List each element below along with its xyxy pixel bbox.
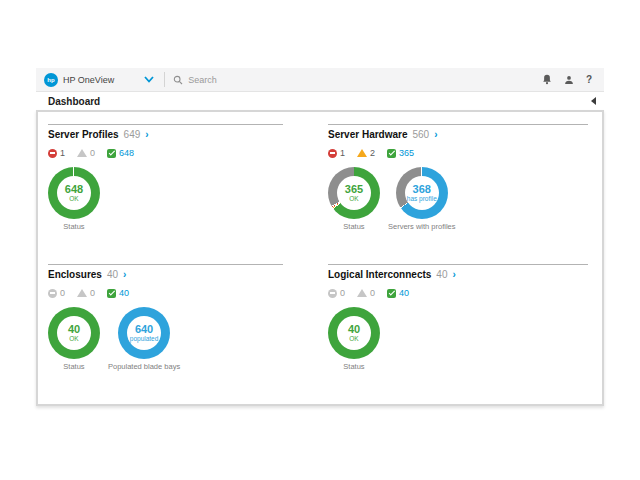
donut-chart[interactable]: 648OK [48,167,100,219]
status-summary: 0 0 40 [48,288,283,298]
collapse-panel-icon[interactable] [591,97,596,105]
critical-icon [328,289,337,298]
critical-icon [48,149,57,158]
panel-count-link[interactable]: 40 [436,269,447,280]
hp-oneview-app: hp HP OneView ? Dashboard [36,68,604,406]
status-ok[interactable]: 40 [387,288,409,298]
chevron-right-icon[interactable]: › [145,129,148,140]
donut-chart[interactable]: 40OK [328,307,380,359]
panel-title[interactable]: Logical Interconnects [328,269,431,280]
divider [164,72,165,87]
status-warning[interactable]: 0 [77,288,95,298]
profiles-chart: 368has profile Servers with profiles [388,167,456,231]
chevron-right-icon[interactable]: › [123,269,126,280]
ok-check-icon [387,149,396,158]
status-count: 2 [370,148,375,158]
top-bar: hp HP OneView ? [36,68,604,92]
bell-icon[interactable] [542,74,552,85]
ok-check-icon [107,289,116,298]
dashboard-panel: Server Profiles 649 › 1 0 648 [36,110,604,406]
panel-server-hardware: Server Hardware 560 › 1 2 365 [320,112,602,252]
dashboard-grid: Server Profiles 649 › 1 0 648 [38,112,602,392]
warning-icon [357,149,367,157]
panel-logical-interconnects: Logical Interconnects 40 › 0 0 4 [320,252,602,392]
status-count: 0 [370,288,375,298]
status-count: 0 [90,288,95,298]
brand-name: HP OneView [63,75,114,85]
search-icon [173,75,183,85]
status-count: 648 [119,148,134,158]
status-count: 0 [90,148,95,158]
divider [328,124,588,125]
status-critical[interactable]: 0 [48,288,65,298]
divider [48,124,283,125]
panel-title[interactable]: Enclosures [48,269,102,280]
panel-title[interactable]: Server Profiles [48,129,119,140]
status-ok[interactable]: 365 [387,148,414,158]
donut-label: Servers with profiles [388,222,456,231]
status-summary: 0 0 40 [328,288,588,298]
chevron-down-icon[interactable] [144,76,154,83]
divider [328,264,588,265]
panel-count-link[interactable]: 560 [413,129,430,140]
status-critical[interactable]: 0 [328,288,345,298]
donut-chart[interactable]: 640populated [118,307,170,359]
status-critical[interactable]: 1 [328,148,345,158]
status-count: 0 [340,288,345,298]
status-summary: 1 2 365 [328,148,588,158]
status-count: 365 [399,148,414,158]
hp-logo: hp [44,73,58,87]
ok-check-icon [387,289,396,298]
status-count: 1 [60,148,65,158]
status-count: 40 [119,288,129,298]
page-title: Dashboard [48,96,100,107]
panel-title[interactable]: Server Hardware [328,129,408,140]
page-header: Dashboard [36,92,604,110]
topbar-actions: ? [542,74,596,85]
help-icon[interactable]: ? [586,74,592,85]
status-warning[interactable]: 0 [357,288,375,298]
panel-count-link[interactable]: 40 [107,269,118,280]
status-critical[interactable]: 1 [48,148,65,158]
status-chart: 40OK Status [328,307,380,371]
critical-icon [328,149,337,158]
status-ok[interactable]: 40 [107,288,129,298]
ok-check-icon [107,149,116,158]
warning-icon [357,289,367,297]
search-box[interactable] [173,75,542,85]
blade-bays-chart: 640populated Populated blade bays [108,307,180,371]
donut-label: Populated blade bays [108,362,180,371]
status-chart: 40OK Status [48,307,100,371]
divider [48,264,283,265]
status-chart: 365OK Status [328,167,380,231]
donut-label: Status [63,362,84,371]
panel-server-profiles: Server Profiles 649 › 1 0 648 [38,112,320,252]
donut-label: Status [63,222,84,231]
chevron-right-icon[interactable]: › [452,269,455,280]
donut-chart[interactable]: 365OK [328,167,380,219]
donut-chart[interactable]: 368has profile [396,167,448,219]
search-input[interactable] [188,75,388,85]
panel-count-link[interactable]: 649 [124,129,141,140]
status-warning[interactable]: 2 [357,148,375,158]
warning-icon [77,149,87,157]
donut-chart[interactable]: 40OK [48,307,100,359]
donut-label: Status [343,222,364,231]
status-count: 0 [60,288,65,298]
donut-label: Status [343,362,364,371]
user-icon[interactable] [564,75,574,85]
panel-enclosures: Enclosures 40 › 0 0 40 [38,252,320,392]
status-chart: 648OK Status [48,167,100,231]
status-count: 1 [340,148,345,158]
chevron-right-icon[interactable]: › [434,129,437,140]
status-count: 40 [399,288,409,298]
warning-icon [77,289,87,297]
status-ok[interactable]: 648 [107,148,134,158]
status-summary: 1 0 648 [48,148,283,158]
critical-icon [48,289,57,298]
status-warning[interactable]: 0 [77,148,95,158]
